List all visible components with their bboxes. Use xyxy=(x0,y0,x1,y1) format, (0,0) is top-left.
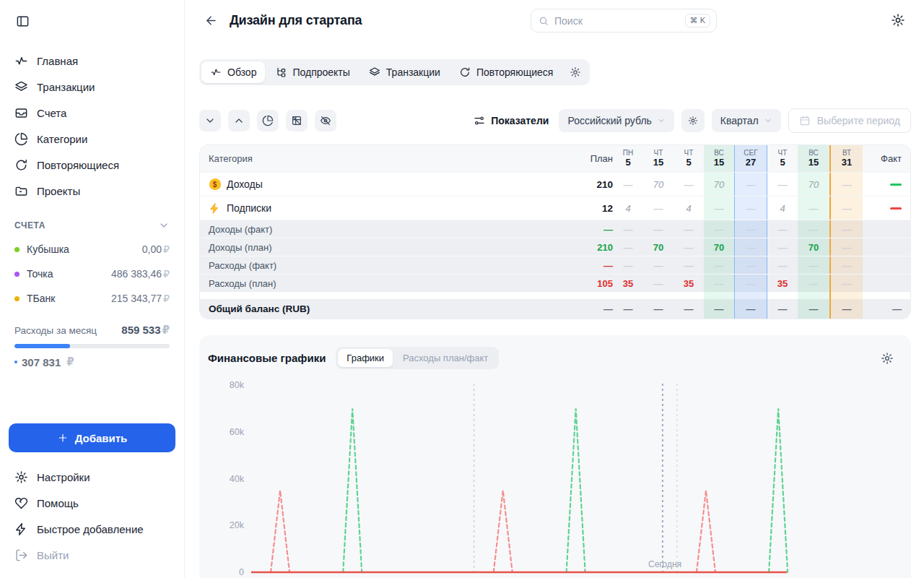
day-cell: 4 xyxy=(674,197,704,220)
table-off-icon xyxy=(291,115,302,126)
day-cell: 70 xyxy=(704,238,734,256)
sidebar-item[interactable]: Быстрое добавление xyxy=(9,516,175,542)
chevron-down-icon[interactable] xyxy=(158,220,170,231)
day-value: — xyxy=(715,203,724,214)
sidebar-item[interactable]: Настройки xyxy=(9,464,175,490)
tabs-settings-button[interactable] xyxy=(563,61,588,83)
sidebar-item[interactable]: Транзакции xyxy=(9,74,175,100)
chevron-up-button[interactable] xyxy=(228,110,250,131)
column-day[interactable]: ПН5 xyxy=(623,149,633,168)
day-cell: — xyxy=(734,256,767,274)
chevron-down-button[interactable] xyxy=(199,110,221,131)
date-range-picker[interactable]: Выберите период xyxy=(788,108,911,133)
project-tab[interactable]: Транзакции xyxy=(360,61,449,83)
account-item[interactable]: Точка486 383,46₽ xyxy=(14,263,170,285)
fact-dash xyxy=(890,184,902,186)
day-cell: — xyxy=(613,238,643,256)
day-value: — xyxy=(624,242,633,253)
column-day[interactable]: ВС15 xyxy=(714,149,724,168)
sidebar-item[interactable]: Категории xyxy=(9,126,175,152)
table-row[interactable]: Доходы (план)210—70—70——70— xyxy=(200,238,910,256)
day-value: 35 xyxy=(684,278,694,289)
search-input[interactable] xyxy=(554,15,679,27)
plan-value: 105 xyxy=(597,278,613,289)
column-category[interactable]: Категория xyxy=(200,145,567,172)
settings-gear-icon[interactable] xyxy=(891,13,905,27)
sidebar-item[interactable]: Повторяющиеся xyxy=(9,152,175,178)
column-day[interactable]: ЧТ5 xyxy=(684,149,694,168)
day-value: — xyxy=(842,203,852,214)
day-cell: — xyxy=(704,197,734,220)
total-label: Общий баланс (RUB) xyxy=(209,303,310,314)
sidebar-item[interactable]: Проекты xyxy=(9,178,175,204)
project-tab-label: Повторяющиеся xyxy=(476,66,553,78)
chart-settings-gear-icon[interactable] xyxy=(881,352,894,365)
day-cell: ЧТ5 xyxy=(767,145,798,172)
pie-button[interactable] xyxy=(257,110,279,131)
day-cell: ВС15 xyxy=(798,145,829,172)
day-cell: — xyxy=(767,220,798,238)
gear-icon xyxy=(688,116,698,126)
sidebar-item[interactable]: Выйти xyxy=(9,542,175,568)
column-day[interactable]: СЕГ27 xyxy=(744,149,757,168)
day-cell: 35 xyxy=(674,275,704,292)
row-label: Расходы (факт) xyxy=(209,260,276,271)
sidebar-item[interactable]: Помощь xyxy=(9,490,175,516)
total-row[interactable]: Общий баланс (RUB)—————————— xyxy=(200,299,910,319)
chevron-down-icon xyxy=(764,116,772,125)
chart-tab[interactable]: Расходы план/факт xyxy=(394,349,497,367)
zap-icon xyxy=(14,522,28,536)
account-item[interactable]: ТБанк215 343,77₽ xyxy=(14,288,170,309)
period-selector[interactable]: Квартал xyxy=(712,109,781,132)
table-row[interactable]: Расходы (факт)————————— xyxy=(200,256,910,274)
table-row[interactable]: Доходы (факт)————————— xyxy=(200,220,910,238)
day-value: — xyxy=(746,224,756,235)
project-tab[interactable]: Повторяющиеся xyxy=(450,61,562,83)
table-row[interactable]: $Доходы210—70—70——70— xyxy=(200,172,910,196)
plan-value: — xyxy=(603,224,613,235)
column-day[interactable]: ВТ31 xyxy=(842,149,852,168)
financial-chart[interactable]: 020k40k60k80kСегодня xyxy=(199,374,911,578)
table-row[interactable]: Подписки124—4——4—— xyxy=(200,196,910,220)
currency-selector[interactable]: Российский рубль xyxy=(559,109,674,132)
layers-icon xyxy=(14,80,28,94)
day-cell: — xyxy=(613,220,643,238)
table-settings-button[interactable] xyxy=(681,109,705,132)
day-cell: — xyxy=(767,173,798,196)
add-button[interactable]: Добавить xyxy=(9,423,175,452)
project-tab[interactable]: Обзор xyxy=(201,61,265,83)
fact-value xyxy=(863,173,910,196)
accounts-list: Кубышка0,00₽Точка486 383,46₽ТБанк215 343… xyxy=(14,238,170,309)
day-cell: — xyxy=(767,238,798,256)
account-item[interactable]: Кубышка0,00₽ xyxy=(14,238,170,260)
gear-icon xyxy=(14,470,28,484)
column-plan[interactable]: План xyxy=(567,145,613,172)
column-day[interactable]: ВС15 xyxy=(808,149,819,168)
day-cell: — xyxy=(829,256,863,274)
project-tab[interactable]: Подпроекты xyxy=(266,61,358,83)
column-fact[interactable]: Факт xyxy=(863,145,910,172)
account-color-dot xyxy=(14,296,19,301)
table-row[interactable]: Расходы (план)10535—35——35—— xyxy=(200,274,910,292)
column-day[interactable]: ЧТ5 xyxy=(778,149,788,168)
sidebar-toggle-button[interactable] xyxy=(12,10,33,32)
spike xyxy=(697,491,715,572)
day-value: — xyxy=(654,224,663,235)
day-value: — xyxy=(654,260,663,271)
row-label: Расходы (план) xyxy=(209,278,276,289)
chevron-up-icon xyxy=(233,115,245,126)
metrics-button[interactable]: Показатели xyxy=(474,115,549,126)
account-name: ТБанк xyxy=(27,293,104,304)
back-button[interactable] xyxy=(201,10,221,30)
day-cell: 70 xyxy=(798,238,829,256)
table-off-button[interactable] xyxy=(286,110,308,131)
eye-off-button[interactable] xyxy=(315,110,336,131)
column-day[interactable]: ЧТ15 xyxy=(653,149,663,168)
chart-tab[interactable]: Графики xyxy=(338,349,393,367)
day-cell: — xyxy=(734,238,767,256)
search-box[interactable]: ⌘ K xyxy=(531,9,717,33)
day-value: — xyxy=(624,303,633,314)
sidebar-item[interactable]: Счета xyxy=(9,100,175,126)
sidebar-item[interactable]: Главная xyxy=(9,48,175,74)
toolbar: Показатели Российский рубль Квартал Выбе… xyxy=(199,108,911,133)
